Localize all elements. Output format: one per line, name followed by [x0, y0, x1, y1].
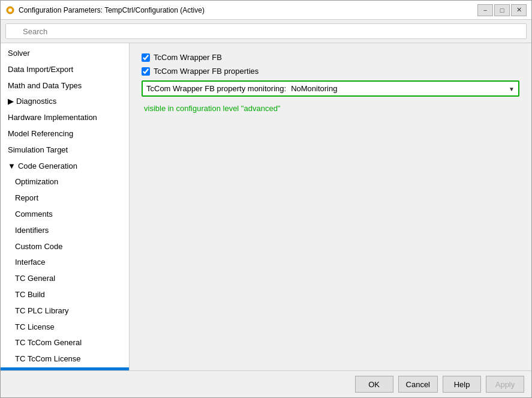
tccom-wrapper-fb-label: TcCom Wrapper FB: [154, 53, 222, 62]
help-button[interactable]: Help: [443, 376, 481, 393]
maximize-button[interactable]: □: [494, 4, 510, 16]
sidebar-item-custom-code[interactable]: Custom Code: [1, 239, 129, 255]
sidebar-item-diagnostics[interactable]: ▶Diagnostics: [1, 94, 129, 110]
window-icon: [5, 5, 15, 15]
sidebar-item-solver[interactable]: Solver: [1, 46, 129, 62]
sidebar-item-code-generation[interactable]: ▼Code Generation: [1, 158, 129, 175]
checkbox-row-1: TcCom Wrapper FB: [142, 53, 519, 62]
close-button[interactable]: ✕: [511, 4, 527, 16]
svg-point-1: [8, 8, 12, 12]
sidebar: SolverData Import/ExportMath and Data Ty…: [1, 43, 130, 370]
title-bar: Configuration Parameters: TempCtrl/Confi…: [1, 1, 531, 20]
content-area: SolverData Import/ExportMath and Data Ty…: [1, 43, 531, 370]
search-input[interactable]: [5, 23, 527, 39]
sidebar-item-identifiers[interactable]: Identifiers: [1, 223, 129, 239]
sidebar-item-label: Code Generation: [18, 160, 77, 173]
tccom-wrapper-fb-properties-label: TcCom Wrapper FB properties: [154, 67, 259, 76]
checkbox-row-2: TcCom Wrapper FB properties: [142, 67, 519, 76]
sidebar-item-interface[interactable]: Interface: [1, 255, 129, 271]
window-title: Configuration Parameters: TempCtrl/Confi…: [19, 6, 477, 14]
advanced-config-text: visible in configuration level "advanced…: [144, 104, 519, 113]
minimize-button[interactable]: −: [477, 4, 493, 16]
search-wrapper: 🔍: [5, 23, 527, 39]
select-wrapper: NoMonitoring Monitoring Extended ▼: [291, 84, 515, 93]
tccom-wrapper-fb-checkbox[interactable]: [142, 53, 150, 62]
property-monitoring-row: TcCom Wrapper FB property monitoring: No…: [142, 80, 519, 97]
sidebar-item-tc-plc-library[interactable]: TC PLC Library: [1, 303, 129, 319]
main-panel: TcCom Wrapper FB TcCom Wrapper FB proper…: [130, 43, 531, 370]
expand-arrow-icon: ▼: [8, 160, 16, 173]
sidebar-item-tc-tccom-general[interactable]: TC TcCom General: [1, 335, 129, 351]
sidebar-item-report[interactable]: Report: [1, 190, 129, 207]
sidebar-item-optimization[interactable]: Optimization: [1, 174, 129, 190]
sidebar-item-tc-license[interactable]: TC License: [1, 319, 129, 336]
apply-button[interactable]: Apply: [486, 376, 524, 393]
sidebar-item-hardware-implementation[interactable]: Hardware Implementation: [1, 110, 129, 126]
property-monitoring-label: TcCom Wrapper FB property monitoring:: [146, 84, 286, 93]
sidebar-item-label: Diagnostics: [16, 95, 56, 108]
sidebar-item-model-referencing[interactable]: Model Referencing: [1, 126, 129, 142]
ok-button[interactable]: OK: [355, 376, 393, 393]
sidebar-item-tc-general[interactable]: TC General: [1, 271, 129, 287]
sidebar-item-tc-tccom-license[interactable]: TC TcCom License: [1, 351, 129, 367]
sidebar-item-math-and-data-types[interactable]: Math and Data Types: [1, 78, 129, 94]
main-window: Configuration Parameters: TempCtrl/Confi…: [0, 0, 532, 398]
sidebar-item-data-import-export[interactable]: Data Import/Export: [1, 62, 129, 78]
sidebar-item-tc-build[interactable]: TC Build: [1, 287, 129, 303]
property-monitoring-select[interactable]: NoMonitoring Monitoring Extended: [291, 84, 515, 93]
expand-arrow-icon: ▶: [8, 95, 14, 108]
bottom-bar: OK Cancel Help Apply: [1, 370, 531, 397]
sidebar-item-simulation-target[interactable]: Simulation Target: [1, 142, 129, 158]
sidebar-item-comments[interactable]: Comments: [1, 207, 129, 223]
search-bar: 🔍: [1, 20, 531, 43]
tccom-wrapper-fb-properties-checkbox[interactable]: [142, 67, 150, 76]
window-controls: − □ ✕: [477, 4, 527, 16]
cancel-button[interactable]: Cancel: [398, 376, 438, 393]
